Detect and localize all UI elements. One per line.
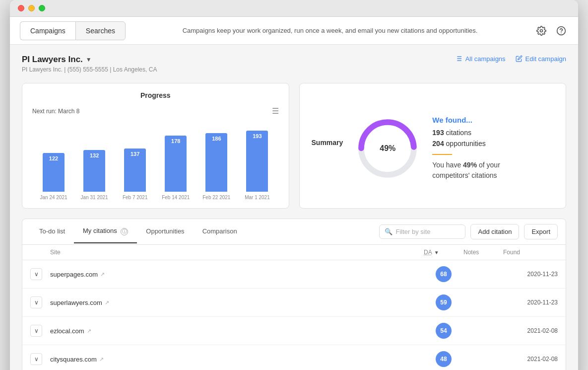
- da-badge: 54: [436, 323, 452, 339]
- chart-menu-button[interactable]: ☰: [272, 106, 279, 116]
- bar-group: 132 Jan 31 2021: [78, 150, 111, 200]
- tab-my-citations[interactable]: My citations ⓘ: [74, 220, 137, 243]
- bar-group: 193 Mar 1 2021: [241, 131, 273, 200]
- found-date: 2020-11-23: [503, 271, 558, 278]
- help-icon: [556, 26, 566, 36]
- bar-x-label: Jan 31 2021: [81, 195, 108, 200]
- bar: 186: [205, 133, 227, 192]
- summary-percent-text: You have 49% of your competitors' citati…: [432, 160, 500, 181]
- progress-title: Progress: [32, 91, 279, 99]
- bar-group: 122 Jan 24 2021: [37, 153, 70, 200]
- bar-value-label: 186: [212, 136, 221, 142]
- tabs-actions: 🔍 Add citation Export: [379, 224, 558, 239]
- bar-chart: 122 Jan 24 2021 132 Jan 31 2021 137: [32, 121, 279, 200]
- toolbar-icons: [534, 24, 568, 38]
- help-button[interactable]: [554, 24, 568, 38]
- expand-row-button[interactable]: ∨: [30, 353, 42, 365]
- bar-value-label: 178: [171, 138, 180, 144]
- toolbar: Campaigns Searches Campaigns keep your w…: [10, 17, 578, 45]
- external-link-icon[interactable]: ↗: [100, 271, 105, 278]
- edit-icon: [516, 55, 523, 62]
- bar-group: 137 Feb 7 2021: [119, 148, 151, 200]
- campaign-actions: All campaigns Edit campaign: [455, 55, 566, 63]
- da-badge: 48: [436, 351, 452, 367]
- summary-opportunities: 204 opportunities: [432, 138, 500, 149]
- found-date: 2021-02-08: [503, 327, 558, 334]
- expand-row-button[interactable]: ∨: [30, 296, 42, 308]
- filter-input[interactable]: [395, 228, 460, 235]
- external-link-icon[interactable]: ↗: [87, 328, 91, 334]
- summary-citations: 193 citations: [432, 127, 500, 138]
- col-notes-header: Notes: [463, 249, 503, 256]
- site-name: superpages.com: [50, 271, 98, 278]
- table-row: ∨ citysquares.com ↗ 48 2021-02-08: [22, 345, 566, 370]
- summary-card: Summary 49% We found... 193 citations: [299, 83, 567, 209]
- svg-point-0: [540, 29, 543, 32]
- campaign-header: PI Lawyers Inc. ▼ PI Lawyers Inc. | (555…: [22, 55, 566, 73]
- campaign-info: PI Lawyers Inc. ▼ PI Lawyers Inc. | (555…: [22, 55, 157, 73]
- bar-x-label: Feb 22 2021: [202, 195, 230, 200]
- col-found-header: Found: [503, 249, 558, 256]
- filter-search-box[interactable]: 🔍: [379, 224, 465, 239]
- tab-todo[interactable]: To-do list: [30, 221, 74, 243]
- next-run-label: Next run: March 8: [32, 108, 79, 115]
- tab-comparison[interactable]: Comparison: [194, 221, 246, 243]
- expand-row-button[interactable]: ∨: [30, 268, 42, 280]
- export-button[interactable]: Export: [524, 224, 558, 239]
- bar-x-label: Mar 1 2021: [245, 195, 270, 200]
- app-window: Campaigns Searches Campaigns keep your w…: [10, 0, 578, 370]
- settings-button[interactable]: [534, 24, 548, 38]
- campaign-name[interactable]: PI Lawyers Inc. ▼: [22, 55, 157, 65]
- site-name: superlawyers.com: [50, 299, 102, 306]
- table-header-row: Site DA ▼ Notes Found: [22, 245, 566, 260]
- toolbar-description: Campaigns keep your work organized, run …: [126, 27, 534, 34]
- info-icon[interactable]: ⓘ: [121, 228, 128, 235]
- tab-opportunities[interactable]: Opportunities: [137, 221, 193, 243]
- expand-row-button[interactable]: ∨: [30, 325, 42, 337]
- gear-icon: [536, 26, 546, 36]
- chevron-down-icon: ▼: [86, 56, 92, 63]
- tab-searches[interactable]: Searches: [75, 21, 126, 40]
- summary-found-label: We found...: [432, 116, 500, 124]
- bar-value-label: 193: [253, 133, 261, 139]
- tabs-section: To-do list My citations ⓘ Opportunities …: [22, 219, 566, 370]
- chart-meta: Next run: March 8 ☰: [32, 106, 279, 116]
- tab-campaigns[interactable]: Campaigns: [20, 21, 75, 40]
- close-button[interactable]: [18, 5, 24, 11]
- table-body: ∨ superpages.com ↗ 68 2020-11-23 ∨ super…: [22, 260, 566, 370]
- site-cell: ezlocal.com ↗: [50, 327, 424, 335]
- site-name: citysquares.com: [50, 356, 97, 363]
- campaign-details: PI Lawyers Inc. | (555) 555-5555 | Los A…: [22, 66, 157, 73]
- bar: 193: [246, 131, 268, 192]
- found-date: 2021-02-08: [503, 356, 558, 363]
- titlebar: [10, 0, 578, 17]
- bar-value-label: 122: [49, 155, 58, 161]
- search-icon: 🔍: [385, 228, 392, 235]
- col-da-header[interactable]: DA ▼: [424, 249, 463, 256]
- sort-icon: ▼: [434, 250, 439, 255]
- bar-x-label: Feb 14 2021: [162, 195, 190, 200]
- external-link-icon[interactable]: ↗: [99, 356, 104, 363]
- bar: 178: [165, 136, 187, 192]
- site-name: ezlocal.com: [50, 327, 84, 335]
- toolbar-tabs: Campaigns Searches: [20, 21, 126, 40]
- bar-group: 186 Feb 22 2021: [200, 133, 233, 200]
- add-citation-button[interactable]: Add citation: [470, 224, 519, 239]
- maximize-button[interactable]: [39, 5, 45, 11]
- table-row: ∨ superpages.com ↗ 68 2020-11-23: [22, 260, 566, 289]
- minimize-button[interactable]: [28, 5, 35, 11]
- table-row: ∨ superlawyers.com ↗ 59 2020-11-23: [22, 289, 566, 317]
- summary-divider: [432, 154, 452, 155]
- edit-campaign-button[interactable]: Edit campaign: [516, 55, 566, 63]
- col-site-header: Site: [50, 249, 424, 256]
- da-badge: 68: [436, 266, 452, 282]
- da-badge: 59: [436, 295, 452, 310]
- bar-x-label: Jan 24 2021: [40, 195, 67, 200]
- donut-chart: 49%: [358, 119, 417, 178]
- bar: 122: [43, 153, 65, 192]
- bar: 132: [83, 150, 105, 192]
- bar-x-label: Feb 7 2021: [123, 195, 148, 200]
- all-campaigns-button[interactable]: All campaigns: [455, 55, 506, 63]
- bar-value-label: 132: [90, 152, 99, 158]
- external-link-icon[interactable]: ↗: [105, 299, 109, 306]
